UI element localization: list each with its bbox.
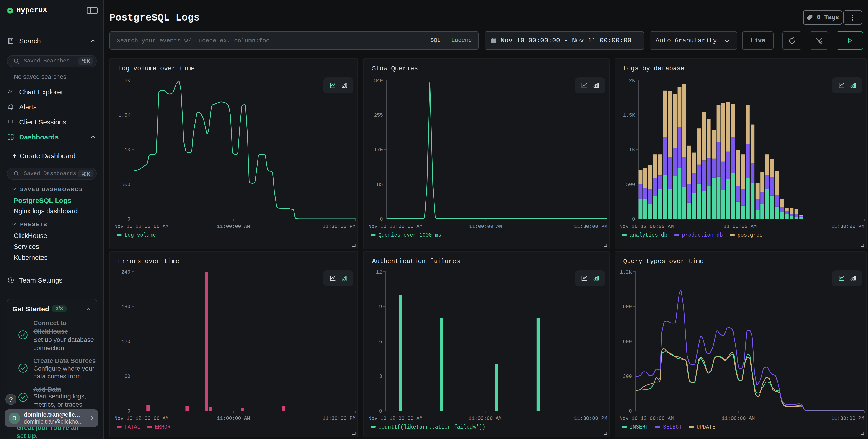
svg-text:6: 6 [379,339,382,345]
svg-text:600: 600 [623,339,632,345]
svg-text:Nov 10 12:00:00 AM: Nov 10 12:00:00 AM [115,416,169,421]
svg-text:170: 170 [374,147,383,153]
svg-text:1K: 1K [124,147,131,153]
svg-text:3: 3 [379,374,382,379]
svg-text:85: 85 [377,182,383,188]
svg-text:Nov 10 12:00:00 AM: Nov 10 12:00:00 AM [115,224,169,229]
svg-text:240: 240 [121,270,130,275]
svg-text:12: 12 [376,270,382,275]
svg-text:255: 255 [374,113,383,118]
svg-text:11:30:00 PM: 11:30:00 PM [322,416,355,421]
svg-text:180: 180 [121,304,130,310]
svg-text:1.2K: 1.2K [620,270,632,275]
svg-text:11:30:00 PM: 11:30:00 PM [574,224,607,229]
svg-text:11:30:00 PM: 11:30:00 PM [831,416,864,421]
svg-text:Nov 10 12:00:00 AM: Nov 10 12:00:00 AM [368,416,423,421]
svg-text:1K: 1K [629,147,635,153]
svg-text:Nov 10 12:00:00 AM: Nov 10 12:00:00 AM [368,224,423,229]
svg-text:60: 60 [124,374,130,379]
svg-text:11:00:00 AM: 11:00:00 AM [469,416,502,421]
svg-text:11:00:00 AM: 11:00:00 AM [723,224,756,229]
svg-text:9: 9 [379,304,382,310]
svg-text:0: 0 [127,217,130,222]
svg-text:2K: 2K [629,78,635,84]
svg-text:120: 120 [121,339,130,345]
svg-text:Nov 10 12:00:00 AM: Nov 10 12:00:00 AM [620,416,674,421]
svg-text:11:00:00 AM: 11:00:00 AM [217,416,250,421]
svg-text:0: 0 [127,408,130,414]
svg-text:300: 300 [623,374,632,379]
svg-text:11:30:00 PM: 11:30:00 PM [574,416,607,421]
svg-text:0: 0 [632,217,635,222]
svg-text:900: 900 [623,304,632,310]
svg-text:2K: 2K [124,78,131,84]
svg-text:11:00:00 AM: 11:00:00 AM [469,224,502,229]
svg-text:11:00:00 AM: 11:00:00 AM [217,224,250,229]
svg-text:11:00:00 AM: 11:00:00 AM [722,416,755,421]
svg-text:Nov 10 12:00:00 AM: Nov 10 12:00:00 AM [620,224,674,229]
svg-text:340: 340 [374,78,383,84]
svg-text:1.5K: 1.5K [623,113,635,118]
svg-text:500: 500 [121,182,130,188]
svg-text:0: 0 [379,408,382,414]
svg-text:500: 500 [626,182,635,188]
svg-text:11:30:00 PM: 11:30:00 PM [831,224,864,229]
svg-text:1.5K: 1.5K [118,113,131,118]
svg-text:0: 0 [629,408,632,414]
svg-text:0: 0 [380,217,383,222]
svg-text:11:30:00 PM: 11:30:00 PM [322,224,355,229]
